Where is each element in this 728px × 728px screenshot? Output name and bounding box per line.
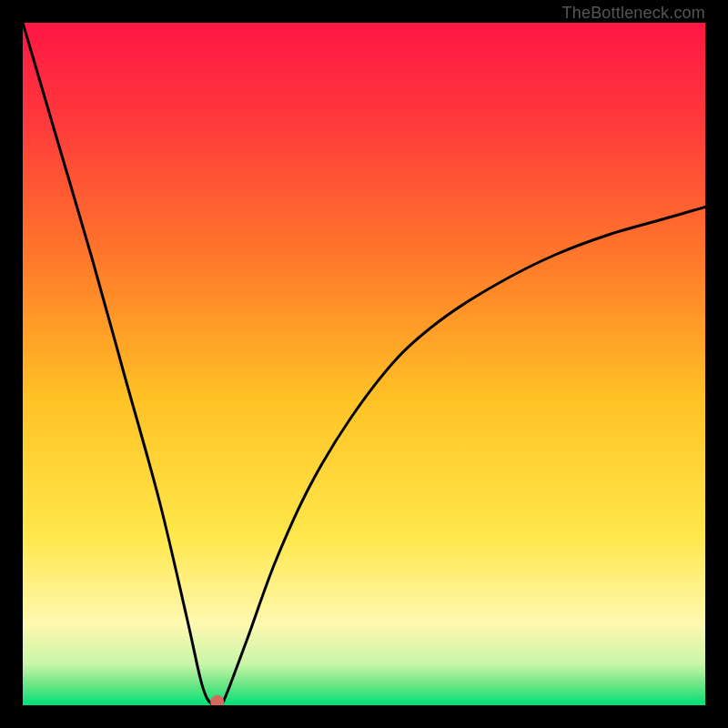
chart-frame: TheBottleneck.com bbox=[0, 0, 728, 728]
gradient-background bbox=[23, 23, 705, 705]
bottleneck-chart bbox=[23, 23, 705, 705]
watermark-text: TheBottleneck.com bbox=[562, 4, 705, 23]
plot-area bbox=[23, 23, 705, 705]
